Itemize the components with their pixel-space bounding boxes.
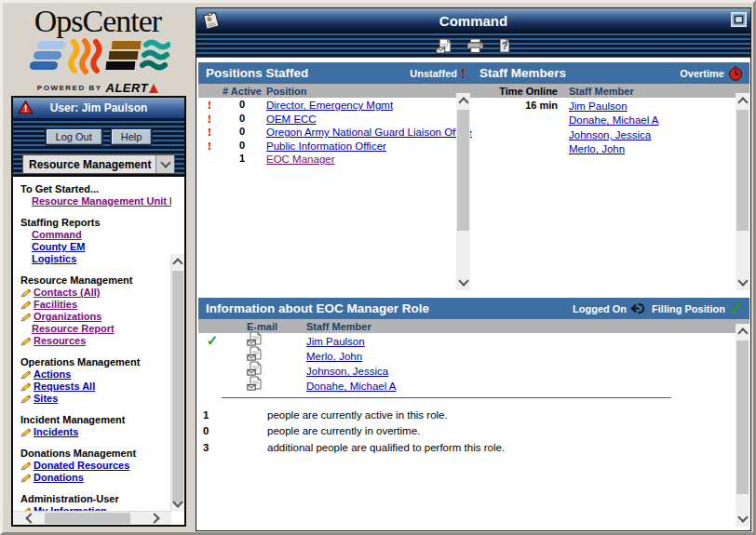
positions-panel-title: Positions Staffed — [206, 66, 410, 80]
sidebar-item-organizations[interactable]: Organizations — [34, 311, 101, 323]
overtime-legend-label: Overtime — [680, 68, 724, 79]
logged-on-icon — [630, 301, 644, 315]
col-header-email: E-mail — [226, 321, 297, 332]
col-header-staff-member: Staff Member — [297, 321, 371, 332]
sidebar-item-county-em[interactable]: County EM — [32, 241, 85, 253]
note-icon[interactable] — [201, 11, 221, 31]
col-header-staff-member: Staff Member — [558, 86, 634, 97]
opscenter-logo: OpsCenter POWER — [7, 5, 189, 95]
summary-text: additional people are qualified to perfo… — [267, 442, 505, 453]
summary-count: 1 — [198, 409, 267, 421]
sidebar-item-sites[interactable]: Sites — [34, 393, 58, 405]
powered-by-label: POWERED BY — [37, 84, 102, 92]
col-header-time-online: Time Online — [472, 86, 558, 97]
unstaffed-alert-icon: ! — [461, 68, 466, 79]
sidebar-horizontal-scrollbar[interactable] — [13, 511, 171, 525]
col-header-active: # Active — [221, 86, 263, 97]
staff-member-link[interactable]: Jim Paulson — [569, 100, 628, 112]
position-link[interactable]: EOC Manager — [266, 154, 335, 165]
sidebar-panel: User: Jim Paulson Log Out Help Resource … — [11, 96, 186, 527]
staff-member-link[interactable]: Donahe, Michael A — [306, 381, 397, 392]
staff-member-link[interactable]: Donahe, Michael A — [569, 114, 659, 126]
chevron-down-icon[interactable] — [155, 155, 174, 173]
staff-row: Merlo, John — [472, 141, 749, 156]
nav-group-operations-management: Operations Management Actions Requests A… — [20, 356, 171, 405]
pencil-icon — [20, 460, 33, 472]
nav-group-donations-management: Donations Management Donated Resources D… — [20, 448, 171, 484]
staff-member-link[interactable]: Johnson, Jessica — [569, 129, 651, 140]
command-content: Positions Staffed Unstaffed ! # Active P… — [196, 58, 750, 530]
logout-button[interactable]: Log Out — [45, 127, 103, 146]
summary-text: people are currently active in this role… — [267, 409, 448, 421]
filling-position-legend-label: Filling Position — [652, 303, 725, 314]
warning-triangle-icon[interactable] — [18, 100, 34, 114]
staff-members-panel: Staff Members Overtime Time Online Staff… — [472, 62, 749, 155]
alert-triangle-icon — [149, 84, 158, 93]
role-member-row: Donahe, Michael A — [198, 378, 749, 393]
user-header: User: Jim Paulson — [13, 98, 184, 119]
logged-on-legend-label: Logged On — [573, 303, 627, 314]
nav-group-staffing-reports: Staffing Reports Command County EM Logis… — [20, 217, 171, 265]
pencil-icon — [20, 393, 33, 405]
col-header-position: Position — [263, 86, 306, 97]
sidebar-item-actions[interactable]: Actions — [34, 368, 71, 381]
position-row: ! 0 Public Information Officer — [198, 139, 472, 153]
summary-count: 0 — [198, 425, 267, 436]
summary-count: 3 — [198, 442, 267, 453]
sidebar-item-incidents[interactable]: Incidents — [34, 426, 78, 438]
pencil-icon — [20, 287, 33, 299]
toolbar: ? — [196, 33, 750, 58]
staff-member-link[interactable]: Merlo, John — [306, 351, 362, 362]
pencil-icon — [20, 368, 33, 381]
staff-member-link[interactable]: Johnson, Jessica — [306, 366, 388, 377]
pencil-icon — [20, 472, 33, 484]
positions-staffed-panel: Positions Staffed Unstaffed ! # Active P… — [198, 62, 472, 166]
sidebar-item-requests-all[interactable]: Requests All — [34, 381, 95, 393]
help-icon[interactable]: ? — [498, 38, 511, 53]
pencil-icon — [20, 381, 33, 393]
logo-wordmark: OpsCenter — [7, 5, 189, 38]
module-select[interactable]: Resource Management — [22, 154, 175, 174]
staff-row: Donahe, Michael A — [472, 113, 749, 127]
unstaffed-legend-label: Unstaffed — [410, 68, 457, 79]
positions-scrollbar[interactable] — [456, 93, 470, 290]
sidebar-vertical-scrollbar[interactable] — [170, 254, 184, 512]
position-row: 1 EOC Manager — [198, 152, 472, 166]
sidebar-item-donations[interactable]: Donations — [34, 472, 84, 484]
sidebar-item-logistics[interactable]: Logistics — [32, 253, 76, 265]
command-window: Command ? Positions Staffed Unstaffe — [196, 7, 751, 531]
sidebar-item-contacts-all[interactable]: Contacts (All) — [34, 287, 101, 299]
window-title-bar: Command — [196, 8, 750, 33]
staff-member-link[interactable]: Merlo, John — [569, 143, 625, 154]
pencil-icon — [20, 335, 33, 347]
sidebar-item-facilities[interactable]: Facilities — [34, 299, 77, 311]
role-info-scrollbar[interactable] — [736, 324, 749, 527]
sidebar-item-donated-resources[interactable]: Donated Resources — [34, 460, 129, 472]
nav-group-get-started: To Get Started... Resource Management Un… — [20, 183, 171, 207]
sidebar-item-resource-report[interactable]: Resource Report — [32, 323, 115, 335]
email-icon[interactable] — [247, 376, 263, 391]
email-icon[interactable] — [247, 361, 263, 376]
filling-position-check-icon: ✓ — [729, 302, 743, 315]
staff-scrollbar[interactable] — [736, 93, 749, 290]
email-icon[interactable] — [247, 331, 263, 346]
nav-group-incident-management: Incident Management Incidents — [20, 414, 171, 438]
sidebar-item-command[interactable]: Command — [32, 229, 82, 241]
print-icon[interactable] — [466, 38, 484, 53]
email-icon[interactable] — [247, 346, 263, 361]
summary-text: people are currently in overtime. — [267, 425, 420, 436]
app-window: OpsCenter POWER — [0, 0, 756, 535]
summary-divider — [222, 397, 671, 398]
sidebar-item-resources[interactable]: Resources — [34, 335, 86, 347]
help-button[interactable]: Help — [110, 127, 154, 146]
user-title: User: Jim Paulson — [50, 101, 148, 114]
role-info-panel: Information about EOC Manager Role Logge… — [198, 298, 749, 456]
sidebar-nav: To Get Started... Resource Management Un… — [13, 175, 184, 525]
module-select-value: Resource Management — [23, 158, 155, 171]
staff-member-link[interactable]: Jim Paulson — [306, 336, 365, 347]
sidebar-item-resource-mgmt-unit-lead[interactable]: Resource Management Unit Lead — [32, 195, 171, 207]
restore-window-icon[interactable] — [731, 12, 747, 27]
email-report-icon[interactable] — [436, 38, 452, 54]
overtime-clock-icon — [728, 66, 743, 81]
staff-row: 16 min Jim Paulson — [472, 98, 749, 113]
